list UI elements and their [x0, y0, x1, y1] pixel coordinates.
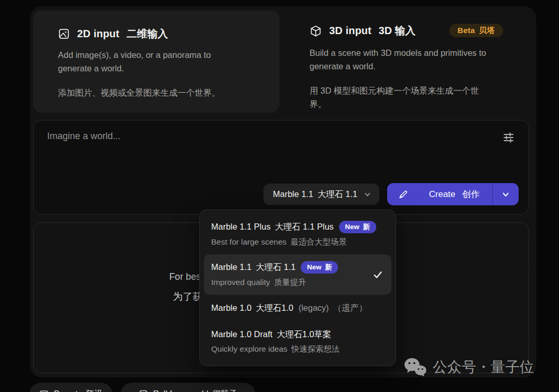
mode-card-2d-input[interactable]: 2D input 二维输入 Add image(s), a video, or … — [33, 10, 280, 113]
menu-item-name: Marble 1.1 Plus 大理石 1.1 Plus — [211, 221, 334, 233]
menu-item-name: Marble 1.0 Draft 大理石1.0草案 — [211, 329, 331, 340]
create-button-label: Create 创作 — [429, 188, 480, 200]
cube-icon — [310, 25, 322, 37]
watermark-text: 公众号・量子位 — [433, 357, 534, 377]
mode-2d-title-zh: 二维输入 — [127, 27, 168, 41]
mode-card-3d-input[interactable]: 3D input 3D 输入 Build a scene with 3D mod… — [310, 24, 532, 111]
menu-item-marble-1-0[interactable]: Marble 1.0 大理石1.0 (legacy) （遗产） — [204, 295, 391, 322]
menu-item-desc: Quickly explore ideas 快速探索想法 — [211, 344, 384, 355]
check-icon — [373, 269, 383, 280]
menu-item-desc: Best for large scenes 最适合大型场景 — [211, 237, 384, 248]
model-dropdown-menu: Marble 1.1 Plus 大理石 1.1 Plus New 新 Best … — [199, 209, 396, 366]
mode-3d-title-en: 3D input — [329, 25, 372, 37]
watermark: 公众号・量子位 — [403, 357, 534, 378]
create-button[interactable]: Create 创作 — [387, 183, 492, 205]
model-selector-value: Marble 1.1 大理石 1.1 — [273, 189, 357, 200]
beta-badge: Beta 贝塔 — [449, 24, 503, 37]
model-selector-button[interactable]: Marble 1.1 大理石 1.1 — [263, 184, 379, 205]
mode-3d-title-zh: 3D 输入 — [379, 24, 416, 38]
presets-label: Presets 预设 — [54, 389, 102, 392]
presets-button[interactable]: Presets 预设 — [30, 383, 112, 392]
image-icon — [58, 28, 70, 40]
menu-item-marble-1-0-draft[interactable]: Marble 1.0 Draft 大理石1.0草案 Quickly explor… — [204, 322, 391, 361]
new-badge: New 新 — [339, 221, 376, 233]
roll-for-a-world-button[interactable]: Roll for a world 掷骰子 — [121, 383, 255, 392]
mode-2d-desc-en: Add image(s), a video, or a panorama to … — [58, 49, 237, 75]
chevron-down-icon — [364, 191, 371, 198]
create-split-button: Create 创作 — [387, 183, 519, 205]
roll-label: Roll for a world 掷骰子 — [153, 389, 238, 392]
create-options-button[interactable] — [493, 183, 519, 205]
prompt-box: Marble 1.1 大理石 1.1 Create 创作 — [33, 120, 529, 215]
menu-item-legacy-suffix: (legacy) （遗产） — [299, 303, 367, 314]
sliders-icon — [503, 132, 514, 143]
wechat-icon — [403, 357, 427, 378]
settings-sliders-button[interactable] — [501, 130, 516, 145]
menu-item-name: Marble 1.0 大理石1.0 — [211, 303, 293, 314]
dice-icon — [139, 389, 148, 392]
menu-item-marble-1-1[interactable]: Marble 1.1 大理石 1.1 New 新 Improved qualit… — [204, 254, 391, 295]
mode-2d-title-en: 2D input — [77, 28, 120, 40]
prompt-input[interactable] — [47, 131, 482, 188]
presets-icon — [39, 389, 49, 392]
pen-icon — [399, 183, 423, 205]
mode-2d-desc-zh: 添加图片、视频或全景图来生成一个世界。 — [58, 86, 255, 100]
menu-item-desc: Improved quality 质量提升 — [211, 277, 384, 288]
menu-item-marble-1-1-plus[interactable]: Marble 1.1 Plus 大理石 1.1 Plus New 新 Best … — [204, 214, 391, 254]
chevron-down-icon — [502, 190, 510, 199]
menu-item-name: Marble 1.1 大理石 1.1 — [211, 262, 296, 273]
mode-3d-desc-en: Build a scene with 3D models and primiti… — [310, 47, 511, 73]
mode-3d-desc-zh: 用 3D 模型和图元构建一个场景来生成一个世界。 — [310, 84, 496, 111]
new-badge: New 新 — [301, 261, 338, 274]
